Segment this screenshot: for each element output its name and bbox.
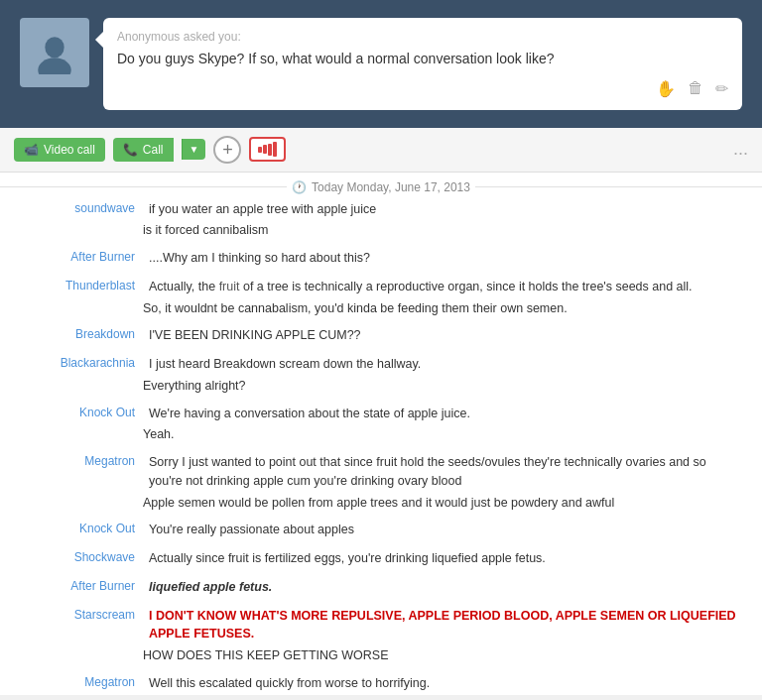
table-row: Knock Out You're really passionate about… (0, 519, 762, 541)
signal-bar-1 (258, 147, 262, 153)
question-area: Anonymous asked you: Do you guys Skype? … (0, 0, 762, 128)
chat-content: Sorry I just wanted to point out that si… (149, 453, 742, 491)
chat-author: Blackarachnia (20, 355, 149, 370)
call-dropdown-button[interactable]: ▼ (182, 139, 206, 160)
call-button[interactable]: 📞 Call (113, 138, 174, 162)
signal-bar-2 (263, 145, 267, 154)
trash-icon[interactable]: 🗑 (688, 79, 703, 98)
chat-author: Knock Out (20, 405, 149, 419)
chat-author: Megatron (20, 674, 149, 689)
bubble-actions: ✋ 🗑 ✏ (117, 79, 728, 98)
chat-content: I DON'T KNOW WHAT'S MORE REPULSIVE, APPL… (149, 607, 742, 644)
chat-author: After Burner (20, 249, 149, 264)
avatar (20, 18, 89, 87)
chat-author: Knock Out (20, 521, 149, 535)
table-row: HOW DOES THIS KEEP GETTING WORSE (0, 645, 762, 666)
edit-icon[interactable]: ✏ (715, 79, 728, 98)
clock-icon: 🕐 (292, 180, 307, 194)
table-row: So, it wouldnt be cannabalism, you'd kin… (0, 298, 762, 319)
table-row: Everything alright? (0, 376, 762, 397)
chat-author: Thunderblast (20, 278, 149, 292)
svg-point-1 (38, 58, 70, 74)
table-row: After Burner liquefied apple fetus. (0, 576, 762, 599)
toolbar: 📹 Video call 📞 Call ▼ + ... (0, 128, 762, 173)
table-row: Blackarachnia I just heard Breakdown scr… (0, 353, 762, 376)
anon-label: Anonymous asked you: (117, 30, 728, 44)
chat-author: Megatron (20, 453, 149, 468)
phone-icon: 📞 (123, 143, 138, 157)
more-options[interactable]: ... (733, 139, 748, 160)
chat-author: soundwave (20, 200, 149, 215)
table-row: After Burner ....Why am I thinking so ha… (0, 247, 762, 270)
table-row: Starscream I DON'T KNOW WHAT'S MORE REPU… (0, 605, 762, 646)
video-call-button[interactable]: 📹 Video call (14, 138, 105, 162)
chat-content: Well this escalated quickly from worse t… (149, 674, 742, 693)
table-row: Thunderblast Actually, the fruit of a tr… (0, 276, 762, 298)
chat-area: 🕐 Today Monday, June 17, 2013 soundwave … (0, 173, 762, 695)
svg-point-0 (45, 37, 64, 58)
chat-content: You're really passionate about apples (149, 521, 742, 539)
table-row: Breakdown I'VE BEEN DRINKING APPLE CUM?? (0, 324, 762, 347)
table-row: Knock Out We're having a conversation ab… (0, 403, 762, 425)
question-bubble: Anonymous asked you: Do you guys Skype? … (103, 18, 742, 110)
chat-content: ....Why am I thinking so hard about this… (149, 249, 742, 268)
video-icon: 📹 (24, 143, 39, 157)
chat-author: Shockwave (20, 549, 149, 564)
table-row: is it forced cannibalism (0, 220, 762, 241)
signal-button[interactable] (249, 137, 286, 162)
chat-content: I'VE BEEN DRINKING APPLE CUM?? (149, 326, 742, 345)
hand-icon[interactable]: ✋ (656, 79, 676, 98)
table-row: Yeah. (0, 424, 762, 445)
date-divider: 🕐 Today Monday, June 17, 2013 (0, 173, 762, 198)
chat-content: HOW DOES THIS KEEP GETTING WORSE (143, 646, 742, 665)
chat-content: Everything alright? (143, 377, 742, 396)
chat-content: liquefied apple fetus. (149, 578, 742, 597)
chat-author: Breakdown (20, 326, 149, 341)
chat-content: So, it wouldnt be cannabalism, you'd kin… (143, 299, 742, 318)
table-row: Apple semen would be pollen from apple t… (0, 493, 762, 514)
chat-content: Apple semen would be pollen from apple t… (143, 494, 742, 513)
signal-bar-4 (273, 142, 277, 157)
signal-bar-3 (268, 144, 272, 156)
chat-author: After Burner (20, 578, 149, 593)
chat-content: We're having a conversation about the st… (149, 405, 742, 423)
add-button[interactable]: + (213, 136, 241, 164)
chat-author: Starscream (20, 607, 149, 622)
table-row: Shockwave Actually since fruit is fertil… (0, 547, 762, 570)
chat-content: Yeah. (143, 425, 742, 444)
table-row: Megatron Sorry I just wanted to point ou… (0, 451, 762, 493)
chat-content: if you water an apple tree with apple ju… (149, 200, 742, 219)
table-row: Megatron Well this escalated quickly fro… (0, 672, 762, 695)
chat-content: I just heard Breakdown scream down the h… (149, 355, 742, 374)
question-text: Do you guys Skype? If so, what would a n… (117, 50, 728, 69)
chat-content: is it forced cannibalism (143, 221, 742, 240)
chat-content: Actually since fruit is fertilized eggs,… (149, 549, 742, 568)
table-row: soundwave if you water an apple tree wit… (0, 198, 762, 221)
chat-content: Actually, the fruit of a tree is technic… (149, 278, 742, 296)
